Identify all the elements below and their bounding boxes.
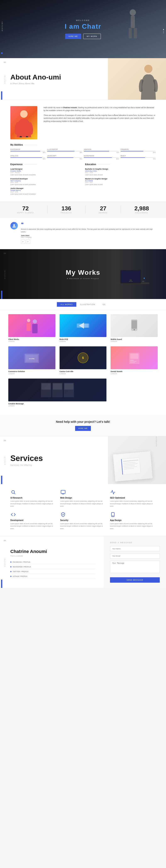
svg-rect-26 [130, 354, 138, 359]
services-hero-text-rotated: NOTEBOOK [156, 436, 157, 447]
stat-clients-number: 72 [17, 206, 34, 211]
services-blue-bar [1, 476, 2, 484]
hero-title-highlight: Chatr [82, 23, 101, 30]
works-title: My Works [66, 269, 100, 276]
services-hero-section: 04 ANOUMI Services Services I'm Offering [0, 436, 166, 484]
social-facebook[interactable]: FACEBOOK / PROFILE [10, 560, 95, 564]
form-name-input[interactable] [110, 546, 160, 551]
social-github-label: GITHUB / PROFILE [13, 576, 27, 577]
portfolio-item-4[interactable]: STORE Commerce Solution LONDON [6, 344, 58, 376]
security-icon [60, 512, 66, 518]
stat-awards-number: 27 [99, 206, 107, 211]
form-message-group [110, 561, 160, 574]
about-detail-paragraph: There are many variations of passages of… [43, 114, 156, 123]
svg-rect-11 [27, 322, 31, 331]
testimonial-prev-button[interactable]: ‹ [21, 240, 25, 244]
ui-research-icon [10, 489, 16, 495]
form-message-textarea[interactable] [110, 561, 160, 573]
stat-divider-2 [85, 205, 86, 214]
portfolio-art-4: STORE [24, 348, 40, 367]
about-header-left: About Ano-umi A Short Story About Me [0, 58, 108, 100]
app-design-icon [110, 512, 116, 518]
social-twitter-label: TWITTER / PROFILE [13, 571, 28, 572]
hero-section: ANOUMI WELCOME I am Chatr HIRE ME MY WOR… [0, 0, 166, 58]
portfolio-category-7: LONDON [110, 373, 158, 374]
svg-marker-15 [79, 322, 84, 329]
hero-welcome-text: WELCOME [65, 19, 101, 21]
contact-form-panel: SEND A MESSAGE SEND MESSAGE [104, 536, 166, 588]
cta-hire-button[interactable]: HIRE ME [75, 426, 91, 431]
contact-section: 05 ANOUMI Chatrine Anoumi That is a webs… [0, 536, 166, 588]
portfolio-item-1[interactable]: Client Works LONDON [6, 312, 58, 344]
form-submit-button[interactable]: SEND MESSAGE [110, 577, 160, 583]
svg-point-10 [27, 319, 30, 322]
contact-section-number: 05 [4, 539, 6, 541]
contact-left: 05 ANOUMI Chatrine Anoumi That is a webs… [0, 536, 104, 588]
svg-text:STORE: STORE [29, 358, 35, 360]
about-section-number: 02 [4, 61, 6, 63]
hero-content: WELCOME I am Chatr HIRE ME MY WORK [65, 19, 101, 39]
stat-clients: 72 HAPPY CLIENTS [17, 206, 34, 214]
contact-info: Chatrine Anoumi That is a website FACEBO… [10, 549, 95, 578]
svg-rect-27 [130, 360, 134, 361]
exp-item-3: Junior Manager Design Agency 2015 - 2018… [10, 187, 81, 195]
contact-tagline: That is a website [10, 555, 95, 557]
service-ui-research: UI Research Lorem ipsum dolor sit amet c… [10, 489, 56, 507]
social-instagram-label: INSTAGRAM / PROFILE [13, 566, 31, 568]
svg-point-8 [142, 281, 144, 282]
services-subtitle: Services I'm Offering [10, 464, 43, 466]
portfolio-item-8[interactable]: Creative Beverage LONDON [6, 376, 108, 409]
filter-illustration-button[interactable]: ILLUSTRATION [76, 302, 99, 307]
svg-rect-29 [130, 362, 135, 363]
quote-icon: ❝ [21, 222, 156, 227]
ability-html: HTML/CSS 90% [10, 155, 45, 160]
form-email-input[interactable] [110, 553, 160, 559]
portfolio-art-2 [75, 316, 91, 335]
portfolio-category-2: LONDON [60, 341, 107, 342]
testimonial-content: ❝ Anoumi is awesome! She does everything… [21, 222, 156, 244]
service-app-design-name: App Design [110, 519, 156, 521]
portfolio-title-3: Mobile Guard [110, 338, 158, 340]
social-instagram[interactable]: INSTAGRAM / PROFILE [10, 565, 95, 569]
stat-awards: 27 AWARDS [99, 206, 107, 214]
portfolio-img-2 [60, 314, 107, 337]
about-photo [10, 106, 37, 140]
stat-projects-label: PROJECTS [61, 212, 72, 214]
portfolio-art-1 [24, 316, 40, 335]
ability-react: REACT 70% [121, 155, 156, 160]
filter-all-button[interactable]: ALL WORKS [57, 302, 76, 307]
service-security-desc: Lorem ipsum dolor sit amet consectetur a… [60, 523, 106, 530]
social-twitter[interactable]: TWITTER / PROFILE [10, 570, 95, 574]
stat-followers: 2,988 FOLLOWERS [134, 206, 149, 214]
hire-me-button[interactable]: HIRE ME [65, 34, 81, 39]
about-intro-paragraph: Hello world! My name is Chatrine Anoumi.… [43, 106, 156, 112]
svg-rect-35 [64, 383, 73, 390]
hero-title-prefix: I am [65, 23, 82, 30]
portfolio-art-7 [126, 348, 142, 367]
my-work-button[interactable]: MY WORK [83, 34, 101, 39]
hero-buttons: HIRE ME MY WORK [65, 34, 101, 39]
service-development-desc: Lorem ipsum dolor sit amet consectetur a… [10, 523, 56, 530]
portfolio-img-1 [8, 314, 56, 337]
portfolio-category-1: LONDON [8, 341, 56, 342]
portfolio-art-8 [39, 381, 76, 399]
service-ui-research-name: UI Research [10, 497, 56, 499]
portfolio-item-5[interactable]: $ Casino Coin Idle LONDON [58, 344, 109, 376]
portfolio-item-7[interactable]: Dental Stands LONDON [108, 344, 160, 376]
service-development-name: Development [10, 519, 56, 521]
portfolio-item-2[interactable]: Brain PCE LONDON [58, 312, 109, 344]
portfolio-title-7: Dental Stands [110, 370, 158, 373]
testimonial-avatar [10, 222, 18, 229]
svg-point-1 [20, 110, 28, 118]
avatar-icon [12, 224, 16, 228]
ability-photoshop: PHOTOSHOP 85% [10, 149, 45, 153]
social-dot-2 [10, 566, 11, 567]
abilities-heading: My Abilities [10, 144, 156, 146]
social-github[interactable]: GITHUB / PROFILE [10, 575, 95, 578]
form-email-group [110, 553, 160, 559]
testimonial-next-button[interactable]: › [26, 240, 30, 244]
portfolio-item-3[interactable]: Mobile Guard LONDON [108, 312, 160, 344]
filter-ux-button[interactable]: UX [99, 302, 109, 307]
about-name-highlight: Chatrine Anoumi. [63, 106, 77, 108]
services-sidebar-label: ANOUMI [4, 455, 6, 465]
